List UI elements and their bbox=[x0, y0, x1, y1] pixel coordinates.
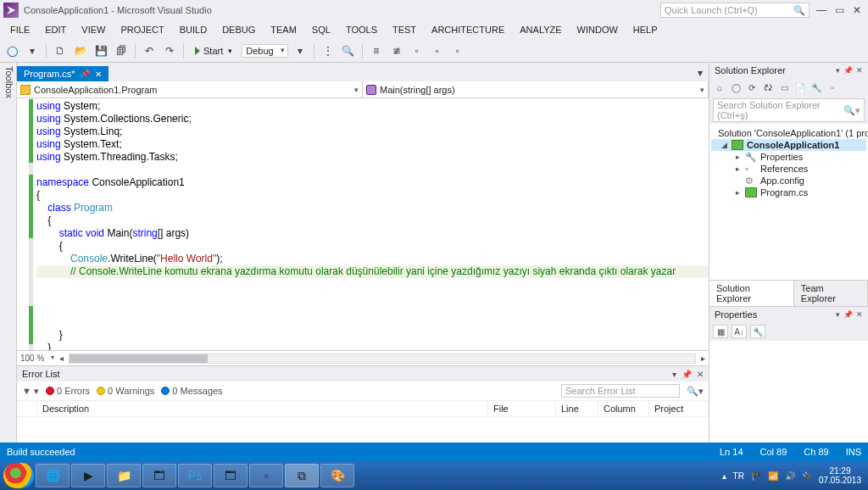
taskbar-app3[interactable]: ▫ bbox=[249, 464, 283, 487]
menu-tools[interactable]: TOOLS bbox=[339, 23, 384, 36]
tree-program-cs[interactable]: ▸Program.cs bbox=[711, 187, 866, 198]
comment-button[interactable]: ≡ bbox=[368, 42, 385, 59]
menu-build[interactable]: BUILD bbox=[173, 23, 214, 36]
props-pages-icon[interactable]: 🔧 bbox=[750, 325, 765, 338]
menu-file[interactable]: FILE bbox=[3, 23, 36, 36]
panel-dropdown-icon[interactable]: ▾ bbox=[672, 370, 676, 379]
menu-view[interactable]: VIEW bbox=[75, 23, 112, 36]
se-refresh-icon[interactable]: 🗘 bbox=[761, 81, 775, 94]
active-files-dropdown[interactable]: ▾ bbox=[692, 64, 709, 81]
taskbar-media[interactable]: ▶ bbox=[71, 464, 105, 487]
pin-icon[interactable]: 📌 bbox=[81, 70, 90, 78]
tray-network-icon[interactable]: 📶 bbox=[768, 471, 778, 481]
se-close-icon[interactable]: ✕ bbox=[856, 66, 863, 75]
tab-close-icon[interactable]: ✕ bbox=[95, 70, 102, 79]
se-sync-icon[interactable]: ⟳ bbox=[745, 81, 759, 94]
panel-pin-icon[interactable]: 📌 bbox=[682, 370, 692, 379]
uncomment-button[interactable]: ≢ bbox=[388, 42, 405, 59]
tree-project[interactable]: ◢ConsoleApplication1 bbox=[711, 139, 866, 151]
col-description[interactable]: Description bbox=[37, 401, 488, 416]
code-content[interactable]: using System; using System.Collections.G… bbox=[33, 98, 709, 350]
se-pin-icon[interactable]: 📌 bbox=[843, 66, 853, 75]
props-pin-icon[interactable]: 📌 bbox=[843, 310, 853, 319]
configuration-combo[interactable]: Debug bbox=[242, 44, 287, 58]
messages-filter[interactable]: 0 Messages bbox=[161, 386, 222, 396]
menu-project[interactable]: PROJECT bbox=[114, 23, 170, 36]
tool-c-icon[interactable]: ▫ bbox=[449, 42, 466, 59]
se-search-input[interactable]: Search Solution Explorer (Ctrl+ş)🔍▾ bbox=[713, 98, 865, 122]
undo-button[interactable]: ↶ bbox=[141, 42, 158, 59]
se-collapse-icon[interactable]: ▭ bbox=[777, 81, 791, 94]
col-file[interactable]: File bbox=[488, 401, 556, 416]
start-debug-button[interactable]: Start▾ bbox=[189, 43, 238, 58]
panel-close-icon[interactable]: ✕ bbox=[697, 370, 704, 379]
menu-edit[interactable]: EDIT bbox=[38, 23, 73, 36]
redo-button[interactable]: ↷ bbox=[161, 42, 178, 59]
taskbar-visualstudio[interactable]: ⧉ bbox=[285, 464, 319, 487]
nav-back-button[interactable]: ◯ bbox=[3, 42, 20, 59]
tool-b-icon[interactable]: ▫ bbox=[429, 42, 446, 59]
tray-clock[interactable]: 21:2907.05.2013 bbox=[819, 466, 861, 485]
taskbar-explorer[interactable]: 📁 bbox=[107, 464, 141, 487]
start-button[interactable] bbox=[3, 463, 34, 488]
tray-flag-icon[interactable]: 🏴 bbox=[751, 471, 761, 481]
horizontal-scrollbar[interactable] bbox=[69, 354, 696, 364]
col-project[interactable]: Project bbox=[649, 401, 709, 416]
scroll-right-icon[interactable]: ▸ bbox=[701, 354, 705, 363]
menu-window[interactable]: WINDOW bbox=[570, 23, 625, 36]
menu-analyze[interactable]: ANALYZE bbox=[513, 23, 568, 36]
tab-program-cs[interactable]: Program.cs* 📌 ✕ bbox=[17, 66, 108, 81]
tree-properties[interactable]: ▸🔧Properties bbox=[711, 151, 866, 163]
se-properties-icon[interactable]: 🔧 bbox=[810, 81, 823, 94]
tool-a-icon[interactable]: ▫ bbox=[409, 42, 426, 59]
se-home-icon[interactable]: ⌂ bbox=[713, 81, 726, 94]
tab-team-explorer[interactable]: Team Explorer bbox=[794, 281, 868, 306]
nav-forward-button[interactable]: ▾ bbox=[24, 42, 41, 59]
props-close-icon[interactable]: ✕ bbox=[856, 310, 863, 319]
props-dropdown-icon[interactable]: ▾ bbox=[836, 310, 840, 319]
taskbar-app1[interactable]: 🗔 bbox=[142, 464, 176, 487]
menu-debug[interactable]: DEBUG bbox=[215, 23, 262, 36]
taskbar-chrome[interactable]: 🌐 bbox=[36, 464, 70, 487]
filter-dropdown[interactable]: ▼ ▾ bbox=[22, 386, 39, 397]
platform-combo[interactable]: ▾ bbox=[292, 42, 309, 59]
scroll-left-icon[interactable]: ◂ bbox=[59, 354, 64, 363]
quick-launch-input[interactable]: Quick Launch (Ctrl+Q)🔍 bbox=[660, 3, 810, 18]
open-button[interactable]: 📂 bbox=[72, 42, 89, 59]
tray-power-icon[interactable]: 🔌 bbox=[802, 471, 812, 481]
errors-filter[interactable]: 0 Errors bbox=[46, 386, 90, 396]
taskbar-paint[interactable]: 🎨 bbox=[320, 464, 354, 487]
tree-appconfig[interactable]: ⚙App.config bbox=[711, 175, 866, 187]
menu-sql[interactable]: SQL bbox=[305, 23, 337, 36]
scope-combo[interactable]: ConsoleApplication1.Program bbox=[17, 81, 363, 97]
new-project-button[interactable]: 🗋 bbox=[52, 42, 69, 59]
close-button[interactable]: ✕ bbox=[853, 4, 861, 16]
tray-volume-icon[interactable]: 🔊 bbox=[785, 471, 795, 481]
se-showall-icon[interactable]: 📄 bbox=[793, 81, 807, 94]
se-back-icon[interactable]: ◯ bbox=[729, 81, 743, 94]
warnings-filter[interactable]: 0 Warnings bbox=[97, 386, 154, 396]
menu-help[interactable]: HELP bbox=[626, 23, 665, 36]
menu-team[interactable]: TEAM bbox=[264, 23, 303, 36]
taskbar-app2[interactable]: 🗔 bbox=[214, 464, 248, 487]
toolbox-tab[interactable]: Toolbox bbox=[0, 63, 17, 443]
tray-up-icon[interactable]: ▴ bbox=[722, 471, 726, 481]
restore-button[interactable]: ▭ bbox=[835, 4, 844, 16]
find-button[interactable]: 🔍 bbox=[340, 42, 357, 59]
menu-test[interactable]: TEST bbox=[386, 23, 423, 36]
zoom-combo[interactable]: 100 % bbox=[20, 354, 54, 363]
menu-architecture[interactable]: ARCHITECTURE bbox=[425, 23, 511, 36]
save-all-button[interactable]: 🗐 bbox=[113, 42, 130, 59]
props-categorized-icon[interactable]: ▦ bbox=[713, 325, 728, 338]
tray-lang[interactable]: TR bbox=[733, 471, 744, 481]
se-preview-icon[interactable]: ▫ bbox=[826, 81, 839, 94]
taskbar-photoshop[interactable]: Ps bbox=[178, 464, 212, 487]
col-icon[interactable] bbox=[17, 401, 37, 416]
props-alpha-icon[interactable]: A↓ bbox=[732, 325, 747, 338]
step-icon[interactable]: ⋮ bbox=[320, 42, 337, 59]
error-search-input[interactable]: Search Error List bbox=[561, 384, 680, 398]
save-button[interactable]: 💾 bbox=[92, 42, 109, 59]
code-editor[interactable]: using System; using System.Collections.G… bbox=[17, 98, 709, 350]
error-search-icon[interactable]: 🔍▾ bbox=[687, 386, 704, 397]
member-combo[interactable]: Main(string[] args) bbox=[363, 81, 709, 97]
